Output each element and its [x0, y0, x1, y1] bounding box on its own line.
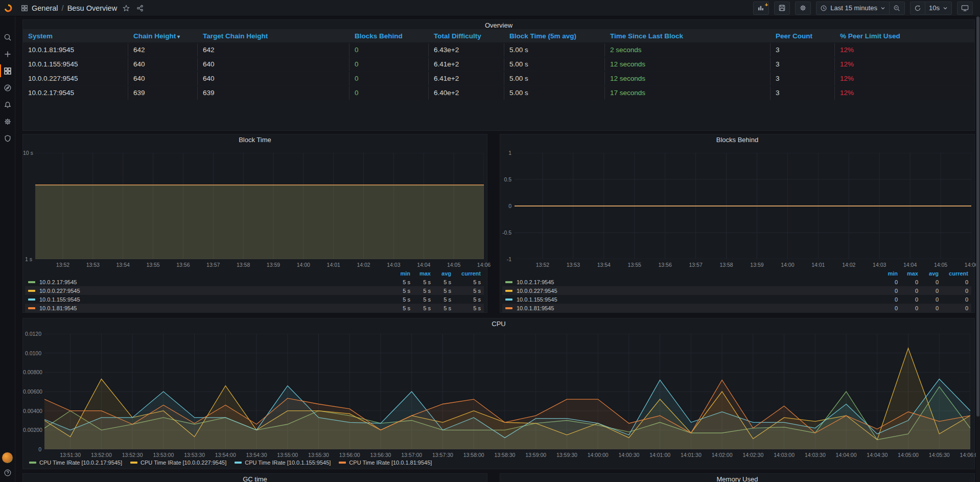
legend-stat-value: 0 [877, 305, 898, 311]
legend-stat-col-min[interactable]: min [877, 270, 898, 277]
legend-stats-header: minmaxavgcurrent [25, 269, 484, 278]
sidebar-item-help[interactable] [0, 469, 15, 477]
legend-series-toggle[interactable]: CPU Time IRate [10.0.1.155:9545] [235, 460, 331, 466]
legend-series-toggle[interactable]: 10.0.1.155:9545 [505, 296, 877, 303]
star-icon[interactable] [123, 5, 130, 12]
series-color-swatch[interactable] [28, 281, 35, 283]
series-color-swatch [339, 462, 346, 464]
sidebar-item-search[interactable] [0, 29, 15, 45]
sidebar-item-explore[interactable] [0, 79, 15, 96]
legend: CPU Time IRate [10.0.2.17:9545]CPU Time … [29, 460, 432, 466]
column-header-since[interactable]: Time Since Last Block [605, 32, 771, 40]
time-range-label: Last 15 minutes [830, 4, 877, 12]
series-color-swatch[interactable] [505, 307, 512, 309]
cell-difficulty: 6.40e+2 [429, 86, 504, 100]
legend-stat-col-min[interactable]: min [390, 270, 410, 277]
legend-stat-col-avg[interactable]: avg [431, 270, 451, 277]
zoom-out-button[interactable] [890, 2, 905, 15]
series-color-swatch[interactable] [28, 299, 35, 301]
column-header-behind[interactable]: Blocks Behind [349, 32, 429, 40]
series-color-swatch[interactable] [505, 299, 512, 301]
sidebar-item-dashboards[interactable] [0, 62, 15, 79]
panel-title[interactable]: Memory Used [500, 475, 974, 482]
column-header-limit[interactable]: % Peer Limit Used [835, 32, 975, 40]
column-header-system[interactable]: System [23, 32, 128, 40]
sidebar-item-configuration[interactable] [0, 113, 15, 130]
x-tick-label: 13:55 [146, 262, 159, 268]
cell-system: 10.0.2.17:9545 [23, 86, 128, 100]
breadcrumb-dashboard-title[interactable]: Besu Overview [67, 4, 118, 12]
cpu-chart[interactable] [44, 334, 970, 449]
legend-stat-value: 0 [898, 305, 918, 311]
column-header-target[interactable]: Target Chain Height [198, 32, 349, 40]
save-dashboard-button[interactable] [774, 2, 790, 15]
legend-series-toggle[interactable]: 10.0.0.227:9545 [505, 288, 877, 294]
legend-series-toggle[interactable]: 10.0.1.81:9545 [28, 305, 390, 311]
y-tick-label: -0.5 [500, 229, 511, 236]
x-tick-label: 14:06 [477, 262, 491, 268]
panel-title[interactable]: CPU [23, 320, 974, 328]
dashboard-settings-button[interactable] [795, 2, 811, 15]
legend-stat-value: 5 s [431, 279, 451, 285]
series-color-swatch[interactable] [505, 281, 512, 283]
cell-target: 639 [198, 86, 349, 100]
legend-stat-col-max[interactable]: max [410, 270, 431, 277]
panel-title[interactable]: GC time [23, 475, 487, 482]
panel-title[interactable]: Blocks Behind [500, 136, 974, 144]
panel-title[interactable]: Block Time [23, 136, 487, 144]
cycle-view-mode-button[interactable] [957, 2, 973, 15]
breadcrumb-folder[interactable]: General [32, 4, 58, 12]
legend-stat-col-current[interactable]: current [939, 270, 968, 277]
cell-block_time: 5.00 s [504, 86, 605, 100]
cell-limit: 12% [835, 43, 975, 57]
x-tick-label: 13:57:30 [432, 452, 453, 458]
legend-series-toggle[interactable]: 10.0.2.17:9545 [505, 279, 877, 285]
x-tick-label: 14:02:00 [712, 452, 733, 458]
grafana-logo[interactable] [4, 4, 13, 13]
sidebar-item-create[interactable] [0, 45, 15, 62]
column-header-peers[interactable]: Peer Count [771, 32, 835, 40]
series-color-swatch[interactable] [28, 307, 35, 309]
legend-series-name: 10.0.1.81:9545 [517, 305, 554, 311]
legend-series-toggle[interactable]: CPU Time IRate [10.0.0.227:9545] [130, 460, 226, 466]
share-icon[interactable] [136, 5, 144, 12]
scrollbar-thumb[interactable] [976, 16, 979, 417]
legend-stat-col-current[interactable]: current [451, 270, 481, 277]
legend-stat-value: 5 s [390, 305, 410, 311]
legend-series-toggle[interactable]: 10.0.0.227:9545 [28, 288, 390, 294]
legend-stat-value: 0 [877, 288, 898, 294]
time-range-picker[interactable]: Last 15 minutes [816, 2, 890, 15]
legend-stat-col-avg[interactable]: avg [918, 270, 939, 277]
sidebar-item-server-admin[interactable] [0, 130, 15, 147]
legend-stat-value: 5 s [431, 288, 451, 294]
cell-peers: 3 [771, 72, 835, 85]
add-panel-icon [757, 4, 765, 12]
refresh-button[interactable] [910, 2, 925, 15]
legend-stat-value: 0 [918, 305, 939, 311]
column-header-difficulty[interactable]: Total Difficulty [429, 32, 504, 40]
legend-stat-value: 5 s [431, 305, 451, 311]
sidebar-item-alerting[interactable] [0, 96, 15, 113]
cell-limit: 12% [835, 72, 975, 85]
legend-series-toggle[interactable]: 10.0.2.17:9545 [28, 279, 390, 285]
legend-series-toggle[interactable]: CPU Time IRate [10.0.1.81:9545] [339, 460, 432, 466]
column-header-chain_height[interactable]: Chain Height ▾ [128, 32, 198, 40]
series-color-swatch[interactable] [505, 290, 512, 292]
legend-series-toggle[interactable]: 10.0.1.155:9545 [28, 296, 390, 303]
cell-since: 17 seconds [605, 86, 771, 100]
legend-series-toggle[interactable]: 10.0.1.81:9545 [505, 305, 877, 311]
legend-row: 10.0.1.81:95455 s5 s5 s5 s [25, 304, 484, 312]
block-time-chart[interactable] [35, 153, 484, 259]
refresh-interval-picker[interactable]: 10s [925, 2, 952, 15]
user-avatar[interactable] [2, 452, 13, 463]
series-color-swatch[interactable] [28, 290, 35, 292]
legend-row: 10.0.0.227:95455 s5 s5 s5 s [25, 286, 484, 295]
panel-title[interactable]: Overview [23, 21, 974, 29]
column-header-block_time[interactable]: Block Time (5m avg) [504, 32, 605, 40]
x-tick-label: 14:03:30 [805, 452, 826, 458]
legend-series-toggle[interactable]: CPU Time IRate [10.0.2.17:9545] [29, 460, 122, 466]
add-panel-button[interactable]: + [753, 2, 769, 15]
page-scrollbar[interactable] [976, 16, 980, 482]
legend-stat-col-max[interactable]: max [898, 270, 918, 277]
blocks-behind-chart[interactable] [515, 153, 971, 259]
